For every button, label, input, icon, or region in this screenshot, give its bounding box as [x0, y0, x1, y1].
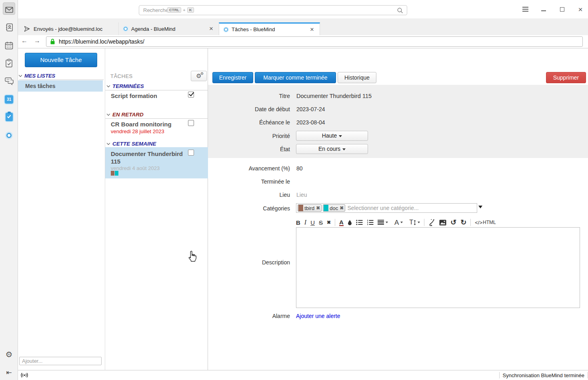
html-label: HTML: [483, 220, 496, 225]
mail-icon: [5, 7, 13, 13]
sidebar-collapse-button[interactable]: ⇤: [0, 366, 18, 379]
sidebar-item-bluemind-tasks[interactable]: [0, 110, 18, 123]
close-tab-icon[interactable]: ×: [309, 26, 315, 34]
gear-icon: ⚙: [6, 350, 13, 358]
task-title: Script formation: [111, 92, 157, 99]
close-window-button[interactable]: ×: [577, 6, 584, 13]
progress-value[interactable]: 80: [296, 165, 303, 172]
url-input[interactable]: [59, 38, 582, 45]
send-icon: [24, 26, 30, 32]
collapse-icon: ⇤: [6, 369, 12, 376]
task-checkbox[interactable]: [188, 120, 194, 126]
new-task-button[interactable]: Nouvelle Tâche: [25, 53, 97, 67]
bluemind-tab-icon: [224, 28, 228, 32]
section-en-retard[interactable]: EN RETARD: [105, 111, 208, 119]
close-tab-icon[interactable]: ×: [208, 25, 214, 33]
section-title: CETTE SEMAINE: [112, 141, 156, 147]
underline-button[interactable]: U: [310, 220, 315, 226]
tab-agenda[interactable]: Agenda - BlueMind ×: [119, 22, 219, 35]
add-alert-link[interactable]: Ajouter une alerte: [296, 313, 340, 319]
mark-done-button[interactable]: Marquer comme terminée: [255, 72, 336, 83]
location-placeholder[interactable]: Lieu: [296, 192, 307, 198]
italic-button[interactable]: I: [304, 219, 306, 226]
minimize-button[interactable]: [540, 6, 547, 13]
status-right: Synchronisation BlueMind terminée: [499, 370, 588, 380]
completed-date-label: Terminée le: [208, 178, 290, 185]
tasks-settings-button[interactable]: ⚙ ⚙: [191, 71, 207, 81]
tab-envoyes[interactable]: Envoyés - jdoe@bluemind.loc: [19, 22, 119, 35]
tab-label: Envoyés - jdoe@bluemind.loc: [34, 26, 102, 32]
hamburger-icon: [522, 7, 528, 12]
history-button[interactable]: Historique: [338, 72, 376, 83]
list-item-mes-taches[interactable]: Mes tâches: [18, 80, 103, 92]
state-dropdown[interactable]: En cours: [296, 144, 368, 154]
sidebar-item-mail[interactable]: [0, 3, 18, 16]
sidebar-item-bluemind-home[interactable]: [0, 129, 18, 142]
save-button[interactable]: Enregistrer: [212, 72, 253, 83]
maximize-icon: [560, 7, 564, 12]
section-cette-semaine[interactable]: CETTE SEMAINE: [105, 140, 208, 148]
tab-taches-active[interactable]: Tâches - BlueMind ×: [219, 22, 320, 35]
bold-button[interactable]: B: [296, 220, 300, 226]
font-size-button[interactable]: T: [409, 219, 420, 226]
menu-button[interactable]: [522, 6, 529, 13]
sidebar-item-calendar[interactable]: [0, 39, 18, 52]
align-button[interactable]: [378, 220, 388, 225]
back-button[interactable]: ←: [21, 37, 28, 44]
global-search: CTRL + K: [139, 5, 407, 15]
font-color-button[interactable]: A: [339, 219, 344, 226]
undo-icon[interactable]: ↺: [450, 219, 456, 226]
remove-tag-icon[interactable]: ✖: [316, 205, 321, 211]
due-date-value[interactable]: 2023-08-04: [296, 119, 325, 126]
sidebar-item-bluemind-calendar[interactable]: 31: [0, 93, 18, 106]
description-editor[interactable]: [296, 227, 580, 308]
numbered-list-icon[interactable]: [367, 220, 374, 225]
categories-dropdown-arrow[interactable]: [478, 206, 482, 208]
tasks-list-panel: TÂCHES ⚙ ⚙ TERMINÉES Script formation EN…: [105, 48, 208, 370]
title-value[interactable]: Documenter Thunderbird 115: [296, 93, 372, 99]
add-list-input[interactable]: [19, 357, 102, 365]
highlight-color-icon[interactable]: [348, 220, 352, 226]
priority-dropdown[interactable]: Haute: [296, 131, 368, 141]
sidebar-item-chat[interactable]: [0, 74, 18, 87]
caret-down-icon: [400, 222, 403, 223]
category-tag-doc[interactable]: doc ✖: [323, 204, 345, 212]
forward-button[interactable]: →: [34, 37, 40, 44]
sidebar-item-tasks[interactable]: [0, 57, 18, 70]
categories-label: Catégories: [208, 205, 290, 212]
my-lists-label: MES LISTES: [24, 73, 55, 79]
due-date-label: Échéance le: [208, 119, 290, 126]
my-lists-header[interactable]: MES LISTES: [19, 72, 104, 80]
categories-input[interactable]: tbird ✖ doc ✖ Selectionner une catégorie…: [296, 203, 477, 213]
category-tag-tbird[interactable]: tbird ✖: [298, 204, 322, 212]
task-checkbox-checked[interactable]: [188, 92, 194, 98]
html-source-button[interactable]: </>HTML: [475, 220, 496, 225]
task-checkbox[interactable]: [188, 150, 194, 156]
redo-icon[interactable]: ↻: [460, 219, 466, 226]
sidebar-item-addressbook[interactable]: [0, 21, 18, 34]
state-label: État: [208, 146, 290, 152]
section-terminees[interactable]: TERMINÉES: [105, 82, 208, 90]
category-chip-doc: [115, 171, 118, 176]
font-style-button[interactable]: A: [394, 219, 403, 226]
remove-tag-icon[interactable]: ✖: [339, 205, 345, 211]
caret-down-icon: [386, 222, 388, 223]
state-value: En cours: [318, 146, 340, 152]
strikethrough-button[interactable]: S: [319, 220, 323, 226]
clear-format-icon[interactable]: ✖: [327, 220, 331, 225]
bullet-list-icon[interactable]: [356, 220, 363, 225]
delete-button[interactable]: Supprimer: [546, 72, 586, 83]
broadcast-icon: [20, 372, 29, 379]
maximize-button[interactable]: [558, 6, 566, 13]
insert-image-icon[interactable]: [439, 220, 446, 226]
sidebar-settings-button[interactable]: ⚙: [0, 348, 18, 361]
calendar-icon: [5, 41, 13, 50]
task-row-documenter-selected[interactable]: Documenter Thunderbird 115 vendredi 4 ao…: [105, 147, 208, 178]
link-icon[interactable]: [428, 219, 435, 226]
address-field[interactable]: [46, 36, 583, 47]
caret-down-icon: [342, 148, 346, 150]
app-sidebar: 31 ⚙ ⇤: [0, 0, 18, 380]
start-date-value[interactable]: 2023-07-24: [296, 106, 325, 112]
updown-arrow-icon: [414, 220, 416, 225]
task-main-fields: Titre Documenter Thunderbird 115 Date de…: [208, 85, 588, 158]
